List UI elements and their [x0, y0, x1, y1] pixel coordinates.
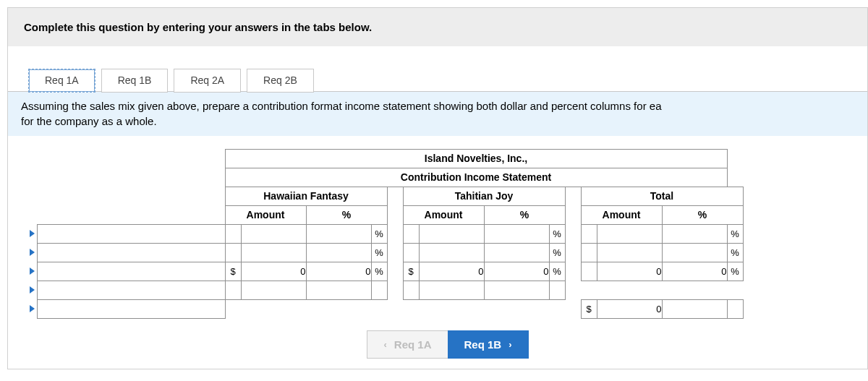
col-amount-1: Amount: [225, 205, 306, 224]
pct-sym-cell: %: [727, 262, 743, 281]
chevron-right-icon: ›: [509, 339, 511, 350]
table-subtitle-text: Contribution Income Statement: [401, 171, 551, 183]
currency-cell[interactable]: [581, 224, 597, 243]
pct-sym-cell[interactable]: [727, 299, 743, 318]
col-amount-2: Amount: [403, 205, 484, 224]
pct-sym-cell: %: [371, 224, 387, 243]
table-row: [28, 281, 743, 299]
nav-buttons: ‹ Req 1A Req 1B ›: [28, 319, 867, 359]
question-card: Complete this question by entering your …: [7, 7, 868, 369]
tabs-row: Req 1A Req 1B Req 2A Req 2B: [8, 46, 867, 92]
row-handle-icon[interactable]: [30, 267, 35, 275]
tab-label: Req 2A: [190, 74, 224, 86]
tab-req-1a[interactable]: Req 1A: [28, 69, 95, 93]
table-subtitle: Contribution Income Statement: [225, 168, 727, 187]
pct-value-cell[interactable]: 0: [306, 262, 371, 281]
question-prompt: Assuming the sales mix given above, prep…: [8, 91, 867, 136]
currency-cell[interactable]: [403, 243, 419, 262]
pct-value-cell[interactable]: [662, 243, 727, 262]
tab-req-2a[interactable]: Req 2A: [174, 69, 241, 93]
amount-cell[interactable]: [419, 243, 484, 262]
pct-value-cell[interactable]: 0: [484, 262, 549, 281]
pct-value-cell[interactable]: [662, 299, 727, 318]
currency-cell: $: [581, 299, 597, 318]
spreadsheet: Island Novelties, Inc., Contribution Inc…: [8, 136, 867, 359]
table-row: $ 0: [28, 299, 743, 318]
table-title: Island Novelties, Inc.,: [225, 149, 727, 168]
pct-value-cell[interactable]: [306, 281, 371, 299]
pct-sym-cell: %: [727, 224, 743, 243]
amount-cell[interactable]: 0: [597, 262, 662, 281]
pct-value-cell[interactable]: [306, 224, 371, 243]
pct-sym-cell: %: [549, 262, 565, 281]
pct-sym-cell: %: [549, 243, 565, 262]
amount-cell[interactable]: [419, 281, 484, 299]
pct-sym-cell[interactable]: [549, 281, 565, 299]
pct-sym-cell: %: [727, 243, 743, 262]
currency-cell[interactable]: [581, 243, 597, 262]
question-line: for the company as a whole.: [21, 115, 157, 127]
currency-cell[interactable]: [403, 224, 419, 243]
amount-cell[interactable]: [241, 224, 306, 243]
row-label-cell[interactable]: [37, 299, 225, 318]
col-pct-2: %: [484, 205, 565, 224]
pct-value-cell[interactable]: [484, 224, 549, 243]
pct-value-cell[interactable]: [306, 243, 371, 262]
currency-cell[interactable]: [225, 243, 241, 262]
col-group-tahitian: Tahitian Joy: [403, 187, 565, 205]
table-row: % % %: [28, 243, 743, 262]
tab-label: Req 1B: [118, 74, 152, 86]
question-line: Assuming the sales mix given above, prep…: [21, 100, 661, 112]
row-handle-icon[interactable]: [30, 305, 35, 312]
next-button[interactable]: Req 1B ›: [448, 330, 529, 359]
col-group-total: Total: [581, 187, 743, 205]
table-row: % % %: [28, 224, 743, 243]
col-pct-1: %: [306, 205, 387, 224]
instruction-bar: Complete this question by entering your …: [8, 8, 867, 46]
amount-cell[interactable]: [597, 224, 662, 243]
prev-button[interactable]: ‹ Req 1A: [367, 330, 447, 359]
currency-cell[interactable]: [225, 281, 241, 299]
row-label-cell[interactable]: [37, 243, 225, 262]
currency-cell[interactable]: [581, 262, 597, 281]
table-row: $ 0 0 % $ 0 0 % 0 0 %: [28, 262, 743, 281]
next-label: Req 1B: [464, 338, 502, 351]
amount-cell[interactable]: [419, 224, 484, 243]
income-statement-table: Island Novelties, Inc., Contribution Inc…: [28, 149, 744, 319]
amount-cell[interactable]: 0: [419, 262, 484, 281]
table-title-text: Island Novelties, Inc.,: [425, 153, 527, 164]
row-label-cell[interactable]: [37, 262, 225, 281]
row-label-cell[interactable]: [37, 281, 225, 299]
currency-cell[interactable]: [225, 224, 241, 243]
pct-value-cell[interactable]: 0: [662, 262, 727, 281]
col-group-hawaiian: Hawaiian Fantasy: [225, 187, 387, 205]
pct-value-cell[interactable]: [662, 224, 727, 243]
tab-req-2b[interactable]: Req 2B: [247, 69, 314, 93]
tab-label: Req 1A: [45, 74, 79, 86]
col-pct-3: %: [662, 205, 743, 224]
row-handle-icon[interactable]: [30, 286, 35, 294]
amount-cell[interactable]: [597, 243, 662, 262]
pct-sym-cell[interactable]: [371, 281, 387, 299]
currency-cell: $: [403, 262, 419, 281]
pct-sym-cell: %: [371, 262, 387, 281]
chevron-left-icon: ‹: [383, 339, 386, 350]
row-label-cell[interactable]: [37, 224, 225, 243]
amount-cell[interactable]: 0: [597, 299, 662, 318]
tab-label: Req 2B: [263, 74, 297, 86]
currency-cell[interactable]: [403, 281, 419, 299]
currency-cell: $: [225, 262, 241, 281]
col-amount-3: Amount: [581, 205, 662, 224]
amount-cell[interactable]: 0: [241, 262, 306, 281]
pct-sym-cell: %: [549, 224, 565, 243]
row-handle-icon[interactable]: [30, 249, 35, 256]
instruction-text: Complete this question by entering your …: [24, 21, 372, 33]
row-handle-icon[interactable]: [30, 230, 35, 237]
pct-sym-cell: %: [371, 243, 387, 262]
amount-cell[interactable]: [241, 281, 306, 299]
pct-value-cell[interactable]: [484, 243, 549, 262]
pct-value-cell[interactable]: [484, 281, 549, 299]
prev-label: Req 1A: [394, 338, 432, 351]
amount-cell[interactable]: [241, 243, 306, 262]
tab-req-1b[interactable]: Req 1B: [101, 69, 169, 93]
